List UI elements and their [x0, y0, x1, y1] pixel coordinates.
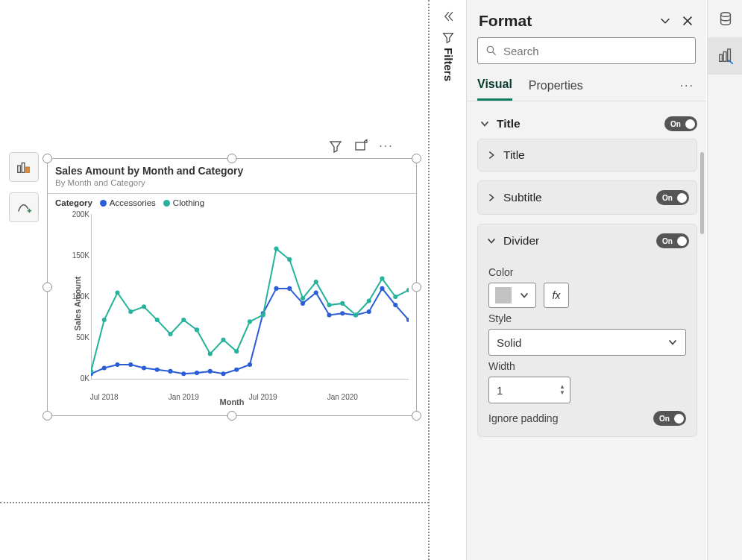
subgroup-subtitle: Subtitle On [477, 180, 697, 215]
resize-handle[interactable] [227, 154, 237, 163]
svg-rect-0 [18, 166, 21, 172]
svg-point-11 [181, 371, 186, 376]
svg-point-12 [195, 371, 199, 375]
resize-handle[interactable] [412, 154, 421, 163]
subgroup-title-header[interactable]: Title [478, 139, 697, 171]
tabs-more-icon[interactable]: ··· [679, 75, 696, 100]
svg-point-59 [732, 63, 733, 64]
svg-point-38 [208, 351, 213, 356]
more-options-icon[interactable]: ··· [379, 139, 394, 154]
title-toggle[interactable]: On [664, 116, 697, 131]
group-title-label: Title [497, 117, 664, 130]
spin-down-icon[interactable]: ▼ [559, 390, 565, 396]
chart-subtitle: By Month and Category [48, 178, 416, 192]
svg-point-8 [142, 365, 146, 370]
resize-handle[interactable] [412, 283, 421, 292]
svg-point-18 [274, 286, 278, 290]
svg-point-44 [287, 257, 292, 262]
svg-point-37 [195, 327, 199, 332]
subtitle-toggle[interactable]: On [656, 190, 689, 205]
ignore-padding-label: Ignore padding [488, 412, 558, 424]
subgroup-title: Title [477, 139, 697, 172]
svg-point-23 [340, 311, 345, 315]
resize-handle[interactable] [227, 411, 237, 421]
svg-rect-57 [723, 52, 726, 62]
svg-point-50 [367, 298, 371, 303]
svg-point-43 [274, 246, 278, 251]
svg-point-6 [115, 362, 119, 366]
chevron-right-icon [485, 192, 497, 204]
ignore-padding-toggle[interactable]: On [653, 411, 686, 426]
svg-point-39 [221, 337, 225, 342]
svg-point-41 [248, 319, 252, 324]
scrollbar[interactable] [700, 152, 704, 234]
svg-point-21 [314, 290, 318, 295]
tab-properties[interactable]: Properties [529, 75, 583, 100]
svg-point-55 [720, 13, 730, 17]
divider-toggle[interactable]: On [656, 233, 689, 248]
svg-point-10 [168, 368, 172, 373]
svg-point-54 [487, 46, 493, 52]
color-swatch [495, 287, 512, 303]
tab-visual[interactable]: Visual [477, 73, 512, 101]
chevron-right-icon [485, 149, 497, 161]
chevron-down-icon[interactable] [657, 13, 673, 29]
resize-handle[interactable] [412, 411, 421, 421]
svg-rect-1 [22, 163, 25, 173]
search-input[interactable] [477, 37, 696, 64]
svg-point-45 [301, 296, 305, 301]
focus-mode-icon[interactable] [353, 139, 368, 154]
chevron-down-icon [485, 235, 497, 247]
filter-icon[interactable] [328, 139, 343, 154]
format-panel-title: Format [479, 12, 651, 30]
divider-width-label: Width [488, 360, 686, 372]
divider-style-value: Solid [497, 336, 521, 349]
svg-point-25 [367, 309, 371, 313]
svg-point-27 [393, 303, 397, 307]
svg-point-42 [261, 312, 265, 317]
svg-point-40 [234, 349, 239, 353]
add-visual-button[interactable] [9, 192, 39, 222]
fx-button[interactable]: fx [544, 283, 569, 308]
resize-handle[interactable] [43, 283, 52, 292]
visual-fields-button[interactable] [9, 152, 39, 182]
search-icon [485, 45, 497, 57]
legend-title: Category [55, 198, 92, 207]
format-panel: Format Visual Properties ··· Title On Ti… [466, 0, 706, 560]
svg-point-15 [234, 367, 239, 371]
collapse-filters-icon[interactable] [439, 7, 457, 25]
chevron-down-icon [519, 290, 529, 301]
svg-point-22 [327, 312, 331, 317]
svg-point-34 [155, 318, 160, 322]
divider-width-value: 1 [497, 384, 503, 397]
filters-pane-label[interactable]: Filters [442, 48, 455, 81]
resize-handle[interactable] [43, 411, 52, 421]
svg-rect-56 [719, 54, 722, 61]
svg-point-36 [181, 318, 186, 322]
format-pane-button[interactable] [708, 37, 742, 75]
close-icon[interactable] [679, 13, 696, 29]
subgroup-divider-header[interactable]: Divider On [478, 224, 697, 257]
divider-width-input[interactable]: 1 ▲ ▼ [488, 377, 570, 403]
search-field[interactable] [503, 45, 688, 57]
svg-point-7 [128, 362, 133, 366]
svg-point-19 [287, 286, 292, 290]
svg-point-32 [128, 309, 133, 313]
divider-style-select[interactable]: Solid [488, 329, 686, 356]
resize-handle[interactable] [43, 154, 52, 163]
svg-point-5 [102, 365, 107, 370]
chart-visual[interactable]: Sales Amount by Month and Category By Mo… [47, 158, 417, 416]
svg-point-20 [301, 301, 305, 305]
svg-point-33 [142, 304, 146, 309]
svg-point-26 [380, 286, 384, 290]
svg-point-51 [380, 276, 384, 280]
subgroup-subtitle-header[interactable]: Subtitle On [478, 181, 697, 214]
data-pane-button[interactable] [708, 0, 742, 37]
svg-point-9 [155, 367, 160, 371]
svg-rect-58 [727, 49, 730, 62]
svg-point-52 [393, 294, 397, 298]
divider-color-picker[interactable] [488, 283, 536, 308]
group-title[interactable]: Title On [477, 110, 700, 139]
funnel-icon [441, 30, 456, 45]
divider-color-label: Color [488, 266, 686, 278]
